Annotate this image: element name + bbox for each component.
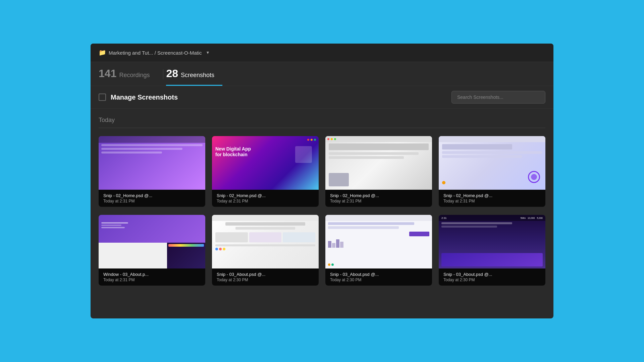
card-time: Today at 2:31 PM [217,199,314,203]
thumb-line [101,144,203,146]
nav-bar: 📁 Marketing and Tut... / Screencast-O-Ma… [91,44,553,62]
thumb-line [101,148,182,150]
content-line [441,222,512,224]
feature-block [215,232,248,242]
heading-area [215,222,315,230]
bar [336,239,339,248]
card-time: Today at 2:31 PM [443,199,541,203]
purple-top [99,215,205,244]
dark-right [167,243,205,268]
chart-area [328,238,429,248]
thumb-content [101,144,203,188]
purple-button [409,232,429,236]
card-time: Today at 2:31 PM [330,199,427,203]
card-info: Snip - 03_About.psd @... Today at 2:30 P… [212,268,319,286]
line [442,155,522,158]
toolbar: Manage Screenshots [91,86,553,109]
screenshot-card[interactable]: New Digital Appfor blockchain Snip - 02_… [212,136,319,207]
bar [332,243,335,248]
thumbnail [99,215,205,268]
dot [219,248,222,250]
feature-block [249,232,282,242]
card-info: Snip - 02_Home.psd @... Today at 2:31 PM [99,190,205,207]
dot [223,248,225,250]
tab-recordings[interactable]: 141 Recordings [99,62,158,86]
thumb-content [215,222,315,266]
title-line [225,222,305,226]
chevron-down-icon: ▼ [206,50,210,55]
screenshots-grid-row2: Window - 03_About.p... Today at 2:31 PM [99,215,545,286]
screenshots-grid-row1: Snip - 02_Home.psd @... Today at 2:31 PM… [99,136,545,207]
orange-dot-deco [442,181,445,184]
dot [314,139,316,141]
screenshot-card[interactable]: 2:31 5Min 10,000 5,000 Snip - 03 [439,215,545,286]
content-line [329,156,404,159]
content-line [215,244,315,246]
card-title: Snip - 02_Home.psd @... [103,193,201,198]
card-info: Snip - 02_Home.psd @... Today at 2:31 PM [325,190,432,207]
select-all-checkbox[interactable] [99,94,106,101]
triangle-deco [329,173,349,186]
stats: 5Min 10,000 5,000 [521,217,543,219]
dot [334,138,336,140]
screenshot-card[interactable]: Snip - 02_Home.psd @... Today at 2:31 PM [439,136,545,207]
thumb-box [295,146,312,163]
recordings-label: Recordings [119,72,150,79]
screenshot-card[interactable]: Snip - 03_About.psd @... Today at 2:30 P… [212,215,319,286]
browser-bar [325,136,432,142]
bar [328,241,331,248]
screenshots-label: Screenshots [181,72,214,79]
card-info: Window - 03_About.p... Today at 2:31 PM [99,268,205,286]
thumb-content [328,222,429,266]
toolbar-left: Manage Screenshots [99,94,178,101]
stat: 5,000 [537,217,543,219]
color-dots [215,248,315,250]
manage-label: Manage Screenshots [111,94,178,101]
code-lines [101,222,128,228]
content-line [441,226,497,228]
card-info: Snip - 03_About.psd @... Today at 2:30 P… [325,268,432,286]
feature-blocks [215,232,315,242]
screenshots-count: 28 [166,68,178,79]
nav-dots [307,139,316,141]
dot [331,263,334,266]
stat-text: 2:31 [441,217,447,220]
folder-icon: 📁 [99,49,106,56]
line [442,151,542,154]
tab-divider [163,69,163,79]
card-info: Snip - 03_About.psd @... Today at 2:30 P… [439,268,545,286]
section-date: Today [99,117,545,124]
card-time: Today at 2:31 PM [103,278,201,282]
screenshot-card[interactable]: Window - 03_About.p... Today at 2:31 PM [99,215,205,286]
white-bottom [99,243,168,268]
content-area: Today Snip - 02_Home.psd @... Today at 2… [91,109,553,294]
purple-block [441,253,543,266]
dot [331,138,333,140]
stat-bar: 2:31 5Min 10,000 5,000 [439,215,545,221]
card-time: Today at 2:30 PM [330,278,427,282]
thumbnail [212,215,319,268]
card-title: Snip - 03_About.psd @... [217,272,314,277]
card-title: Snip - 03_About.psd @... [443,272,541,277]
feature-block [283,232,315,242]
screenshot-card[interactable]: Snip - 02_Home.psd @... Today at 2:31 PM [325,136,432,207]
tab-screenshots[interactable]: 28 Screenshots [166,62,222,86]
card-time: Today at 2:30 PM [217,278,314,282]
browser-bar [439,136,545,142]
card-title: Snip - 03_About.psd @... [330,272,427,277]
content-line [329,152,419,155]
color-dots [328,263,334,266]
screenshot-card[interactable]: Snip - 03_About.psd @... Today at 2:30 P… [325,215,432,286]
thumb-bar [99,136,205,143]
thumbnail [439,136,545,190]
thumb-text: New Digital Appfor blockchain [215,146,251,158]
orange-dot [442,181,445,184]
section-divider [99,128,545,128]
screenshot-card[interactable]: Snip - 02_Home.psd @... Today at 2:31 PM [99,136,205,207]
search-input[interactable] [451,91,545,104]
nav-path: Marketing and Tut... / Screencast-O-Mati… [109,50,202,56]
card-title: Snip - 02_Home.psd @... [443,193,541,198]
inner-circle [531,174,537,180]
thumb-content [441,222,543,266]
tabs-bar: 141 Recordings 28 Screenshots [91,62,553,86]
